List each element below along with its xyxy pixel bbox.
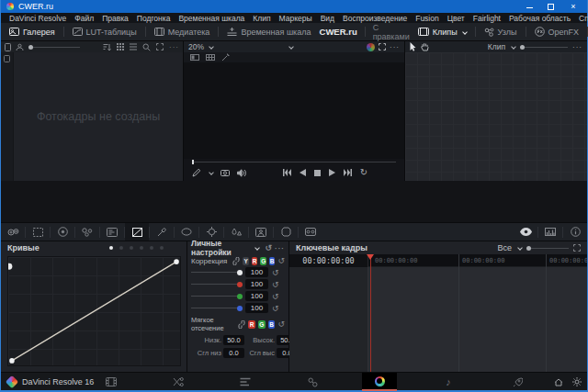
link-icon[interactable] — [232, 257, 240, 265]
reset-icon[interactable]: ↺ — [272, 304, 279, 313]
keyframes-playhead[interactable] — [370, 254, 371, 372]
grid-view-icon[interactable] — [117, 43, 124, 50]
still-albums-icon[interactable] — [5, 43, 11, 51]
timelines-toggle-button[interactable]: Временная шкала — [219, 23, 319, 40]
clip-channel-b-button[interactable]: B — [268, 320, 276, 329]
page-fairlight[interactable]: ♪ — [431, 373, 466, 391]
sort-icon[interactable] — [103, 43, 111, 51]
viewer-screen[interactable] — [184, 62, 404, 159]
nodes-toggle-button[interactable]: Узлы — [476, 23, 526, 40]
scrubber-track[interactable] — [194, 162, 396, 162]
loop-icon[interactable]: ↻ — [360, 168, 368, 177]
page-fusion[interactable] — [295, 373, 330, 391]
page-dot[interactable] — [160, 246, 164, 250]
luma-value[interactable]: 100 — [245, 267, 268, 277]
gallery-more-icon[interactable]: ··· — [169, 43, 179, 51]
go-to-start-icon[interactable] — [283, 169, 291, 176]
node-zoom-slider[interactable] — [520, 47, 568, 48]
clips-toggle-button[interactable]: Клипы — [410, 23, 475, 40]
keyframes-filter-select[interactable]: Все — [497, 243, 512, 252]
enhanced-viewer-color-icon[interactable] — [367, 43, 375, 51]
blue-slider[interactable] — [191, 308, 242, 308]
expand-icon[interactable] — [156, 43, 164, 50]
gallery-size-slider[interactable] — [28, 47, 80, 48]
page-deliver[interactable] — [500, 373, 535, 391]
menu-edit[interactable]: Правка — [102, 14, 129, 23]
list-view-icon[interactable] — [130, 43, 137, 50]
page-media[interactable] — [94, 373, 129, 391]
page-dot[interactable] — [109, 246, 113, 250]
keyframes-zoom-slider[interactable] — [526, 248, 569, 249]
menu-color[interactable]: Цвет — [447, 14, 465, 23]
curves-tool[interactable] — [125, 223, 149, 241]
luma-slider[interactable] — [191, 272, 242, 273]
minimize-button[interactable] — [526, 5, 533, 8]
menu-davinci-resolve[interactable]: DaVinci Resolve — [9, 14, 66, 23]
page-dot[interactable] — [140, 246, 143, 250]
info-toggle[interactable] — [563, 223, 587, 241]
pan-hand-icon[interactable] — [421, 42, 429, 51]
search-icon[interactable] — [142, 43, 151, 51]
menu-fairlight[interactable]: Fairlight — [473, 14, 501, 23]
reset-icon[interactable]: ↺ — [277, 319, 285, 329]
channel-b-button[interactable]: B — [269, 257, 276, 265]
home-icon[interactable] — [554, 378, 563, 386]
red-value[interactable]: 100 — [245, 279, 268, 289]
menu-workspace[interactable]: Рабочая область — [509, 14, 571, 23]
expand-viewer-icon[interactable] — [379, 43, 386, 50]
node-graph-canvas[interactable] — [405, 52, 587, 181]
node-more-icon[interactable]: ··· — [572, 43, 582, 51]
adjust-more-icon[interactable]: ··· — [275, 244, 285, 252]
scopes-toggle[interactable] — [538, 223, 562, 241]
gallery-toggle-button[interactable]: Галерея — [1, 23, 63, 40]
rgb-mixer-tool[interactable] — [100, 223, 124, 241]
menu-fusion[interactable]: Fusion — [415, 14, 439, 23]
audio-mute-icon[interactable] — [237, 169, 247, 177]
page-dot[interactable] — [119, 246, 123, 250]
clip-channel-g-button[interactable]: G — [258, 320, 266, 329]
openfx-toggle-button[interactable]: OpenFX — [526, 23, 588, 40]
grab-still-icon[interactable] — [220, 169, 230, 176]
split-screen-icon[interactable] — [190, 54, 199, 61]
channel-g-button[interactable]: G — [260, 257, 266, 265]
hdr-wheels-tool[interactable] — [75, 223, 99, 241]
color-match-tool[interactable] — [26, 223, 50, 241]
zoom-level-select[interactable]: 20% — [188, 42, 204, 51]
soft-low-value[interactable]: 0.0 — [223, 348, 244, 358]
menu-playback[interactable]: Воспроизведение — [343, 14, 407, 23]
clip-channel-r-button[interactable]: R — [248, 320, 255, 329]
menu-markers[interactable]: Маркеры — [279, 14, 312, 23]
adjust-title[interactable]: Личные настройки — [191, 239, 251, 257]
gallery-albums-strip[interactable] — [1, 52, 14, 181]
settings-gear-icon[interactable] — [572, 377, 582, 386]
reset-icon[interactable]: ↺ — [272, 292, 279, 301]
stereo-3d-tool[interactable] — [299, 223, 322, 241]
reset-icon[interactable]: ↺ — [265, 243, 272, 252]
key-tool[interactable] — [249, 223, 273, 241]
menu-file[interactable]: Файл — [74, 14, 94, 23]
page-cut[interactable] — [161, 373, 196, 391]
timeline-select[interactable] — [217, 45, 363, 49]
reset-icon[interactable]: ↺ — [272, 268, 279, 277]
green-value[interactable]: 100 — [245, 291, 268, 301]
clip-low-value[interactable]: 50.0 — [223, 335, 244, 345]
sizing-tool[interactable] — [274, 223, 298, 241]
close-button[interactable]: × — [569, 2, 578, 11]
clips-strip[interactable] — [1, 181, 587, 223]
cursor-icon[interactable] — [410, 42, 416, 51]
page-color[interactable] — [362, 373, 397, 391]
green-slider[interactable] — [191, 296, 242, 297]
maximize-button[interactable] — [548, 4, 554, 10]
luts-toggle-button[interactable]: LUT-таблицы — [64, 23, 145, 40]
page-dot[interactable] — [130, 246, 133, 250]
qualifier-tool[interactable] — [150, 223, 174, 241]
expand-icon[interactable] — [573, 244, 581, 252]
curve-editor[interactable] — [7, 256, 181, 366]
channel-y-button[interactable]: Y — [243, 257, 249, 265]
menu-trim[interactable]: Подгонка — [137, 14, 171, 23]
keyframes-timeline[interactable]: 00:00:00:00 00:00:00:00 00:00:00:00 00:0… — [289, 254, 587, 372]
media-pool-toggle-button[interactable]: Медиатека — [146, 23, 219, 40]
page-dot[interactable] — [150, 246, 153, 250]
color-wheels-tool[interactable] — [51, 223, 74, 241]
reset-icon[interactable]: ↺ — [272, 280, 279, 289]
